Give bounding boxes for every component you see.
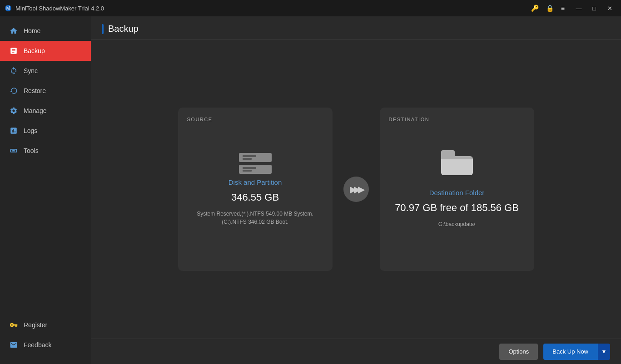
sidebar-item-sync[interactable]: Sync xyxy=(0,61,91,81)
minimize-button[interactable]: — xyxy=(572,3,586,14)
app-title: MiniTool ShadowMaker Trial 4.2.0 xyxy=(15,5,531,12)
destination-name: Destination Folder xyxy=(429,189,485,197)
backup-now-button[interactable]: Back Up Now xyxy=(543,344,597,360)
options-button[interactable]: Options xyxy=(499,344,538,360)
forward-arrows-icon: ▶▶▶ xyxy=(350,184,362,195)
logs-icon xyxy=(9,126,18,135)
page-title: Backup xyxy=(108,24,139,34)
sidebar-item-sync-label: Sync xyxy=(24,67,38,74)
bottom-bar: Options Back Up Now ▼ xyxy=(91,339,621,364)
svg-text:M: M xyxy=(6,6,10,11)
sidebar-nav: Home Backup Sync Restore xyxy=(0,21,91,315)
disk-icon xyxy=(239,153,272,174)
sidebar-item-restore[interactable]: Restore xyxy=(0,81,91,101)
lock-icon[interactable]: 🔒 xyxy=(546,5,554,12)
maximize-button[interactable]: □ xyxy=(587,3,601,14)
sidebar-item-tools-label: Tools xyxy=(24,147,39,154)
source-size: 346.55 GB xyxy=(231,192,279,203)
feedback-icon xyxy=(9,340,18,349)
sync-icon xyxy=(9,66,18,75)
register-icon xyxy=(9,320,18,330)
sidebar-item-register[interactable]: Register xyxy=(0,315,91,335)
sidebar-item-tools[interactable]: Tools xyxy=(0,141,91,161)
sidebar-item-register-label: Register xyxy=(24,321,47,329)
sidebar-item-manage-label: Manage xyxy=(24,107,47,114)
title-bar: M MiniTool ShadowMaker Trial 4.2.0 🔑 🔒 ≡… xyxy=(0,0,621,16)
sidebar-item-logs[interactable]: Logs xyxy=(0,121,91,141)
backup-area: SOURCE Disk and Partition 346.55 GB Syst… xyxy=(91,40,621,339)
restore-icon xyxy=(9,86,18,95)
folder-icon-container xyxy=(441,150,473,180)
main-content: Backup SOURCE Disk and Partition 346.55 … xyxy=(91,16,621,364)
folder-front xyxy=(441,159,473,175)
window-controls: — □ ✕ xyxy=(572,3,616,14)
source-name: Disk and Partition xyxy=(229,178,282,186)
sidebar-footer: Register Feedback xyxy=(0,315,91,364)
source-card[interactable]: SOURCE Disk and Partition 346.55 GB Syst… xyxy=(178,108,333,271)
menu-icon[interactable]: ≡ xyxy=(561,5,565,12)
folder-icon xyxy=(441,150,473,175)
destination-card[interactable]: DESTINATION Destination Folder 70.97 GB … xyxy=(380,108,534,271)
backup-dropdown-button[interactable]: ▼ xyxy=(597,344,610,360)
source-desc: System Reserved,(*:).NTFS 549.00 MB Syst… xyxy=(187,210,323,226)
arrow-circle: ▶▶▶ xyxy=(343,177,369,202)
close-button[interactable]: ✕ xyxy=(603,3,616,14)
app-body: Home Backup Sync Restore xyxy=(0,16,621,364)
sidebar-item-feedback[interactable]: Feedback xyxy=(0,335,91,355)
disk-bar-1 xyxy=(239,153,272,162)
destination-free: 70.97 GB free of 185.56 GB xyxy=(395,202,519,214)
disk-bar-2 xyxy=(239,165,272,174)
backup-icon xyxy=(9,46,18,55)
key-icon[interactable]: 🔑 xyxy=(531,5,539,12)
titlebar-extra-icons: 🔑 🔒 ≡ xyxy=(531,5,565,12)
page-header-accent xyxy=(102,24,104,34)
folder-tab xyxy=(441,150,455,157)
sidebar-item-logs-label: Logs xyxy=(24,127,37,134)
sidebar-item-backup[interactable]: Backup xyxy=(0,41,91,61)
sidebar-item-home[interactable]: Home xyxy=(0,21,91,41)
page-header: Backup xyxy=(91,16,621,40)
manage-icon xyxy=(9,106,18,115)
sidebar-item-restore-label: Restore xyxy=(24,87,46,94)
sidebar-item-manage[interactable]: Manage xyxy=(0,101,91,121)
sidebar: Home Backup Sync Restore xyxy=(0,16,91,364)
home-icon xyxy=(9,26,18,35)
sidebar-item-backup-label: Backup xyxy=(24,47,45,54)
app-icon: M xyxy=(5,5,12,12)
source-label: SOURCE xyxy=(187,117,213,122)
tools-icon xyxy=(9,146,18,155)
sidebar-item-home-label: Home xyxy=(24,27,40,34)
sidebar-item-feedback-label: Feedback xyxy=(24,341,51,349)
backup-button-group: Back Up Now ▼ xyxy=(543,344,610,360)
destination-label: DESTINATION xyxy=(389,117,430,122)
destination-path: G:\backupdata\ xyxy=(438,220,475,228)
